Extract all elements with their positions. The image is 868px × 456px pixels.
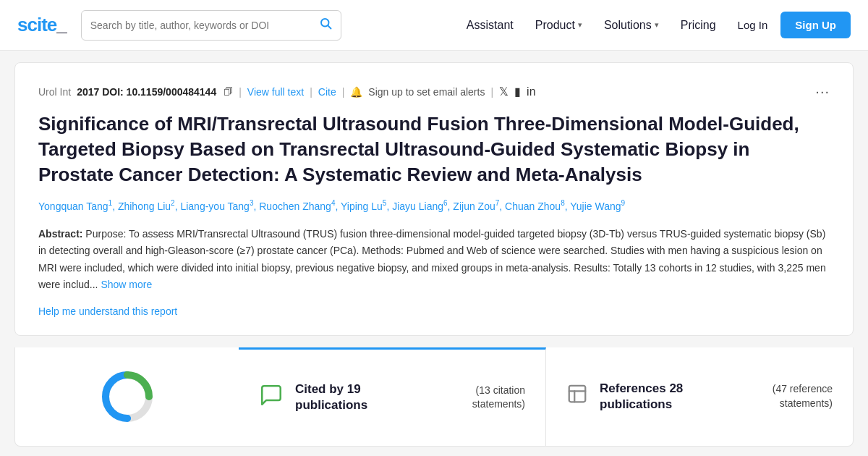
abstract-label: Abstract:	[38, 228, 82, 240]
cite-link[interactable]: Cite	[318, 86, 336, 98]
view-full-text-link[interactable]: View full text	[247, 86, 304, 98]
citation-icon	[259, 383, 284, 413]
search-button[interactable]	[319, 17, 332, 33]
search-input[interactable]	[90, 20, 315, 31]
bell-icon: 🔔	[350, 86, 362, 98]
more-options-button[interactable]: ···	[815, 83, 830, 100]
social-icons: 𝕏 ▮ in	[499, 85, 535, 98]
authors-list: Yongquan Tang1, Zhihong Liu2, Liang-you …	[38, 198, 830, 214]
nav-links: Assistant Product ▾ Solutions ▾ Pricing …	[458, 12, 851, 38]
author-4[interactable]: Ruochen Zhang4	[259, 200, 335, 212]
author-7[interactable]: Zijun Zou7	[453, 200, 499, 212]
refs-info: References 28 publications	[600, 381, 728, 413]
article-meta: Urol Int 2017 DOI: 10.1159/000484144 🗍 |…	[38, 83, 830, 100]
nav-item-assistant[interactable]: Assistant	[458, 13, 522, 38]
year-doi: 2017 DOI: 10.1159/000484144	[77, 86, 216, 98]
product-chevron-icon: ▾	[578, 20, 582, 30]
article-card: Urol Int 2017 DOI: 10.1159/000484144 🗍 |…	[14, 62, 854, 336]
abstract-body: Purpose: To assess MRI/Transrectal Ultra…	[38, 228, 826, 290]
facebook-icon[interactable]: ▮	[514, 85, 521, 98]
logo[interactable]: scite_	[17, 14, 67, 36]
signup-alert-text: Sign up to set email alerts	[368, 86, 485, 98]
journal-name: Urol Int	[38, 86, 71, 98]
refs-panel[interactable]: References 28 publications (47 reference…	[546, 347, 854, 447]
author-2[interactable]: Zhihong Liu2	[118, 200, 175, 212]
author-5[interactable]: Yiping Lu5	[341, 200, 386, 212]
svg-rect-5	[569, 386, 586, 402]
author-6[interactable]: Jiayu Liang6	[392, 200, 447, 212]
twitter-icon[interactable]: 𝕏	[499, 85, 509, 98]
author-8[interactable]: Chuan Zhou8	[505, 200, 565, 212]
cited-sub: (13 citation statements)	[432, 384, 525, 412]
author-1[interactable]: Yongquan Tang1	[38, 200, 112, 212]
author-3[interactable]: Liang-you Tang3	[180, 200, 253, 212]
linkedin-icon[interactable]: in	[527, 85, 535, 98]
cited-info: Cited by 19 publications	[295, 381, 420, 413]
nav-item-product[interactable]: Product ▾	[527, 13, 591, 38]
stats-donut-panel	[14, 347, 239, 447]
nav-item-solutions[interactable]: Solutions ▾	[595, 13, 668, 38]
navbar: scite_ Assistant Product ▾ Solutions ▾ P…	[0, 0, 868, 51]
refs-sub: (47 reference statements)	[739, 382, 833, 410]
donut-chart	[98, 368, 156, 426]
signup-button[interactable]: Sign Up	[780, 12, 851, 38]
login-button[interactable]: Log In	[729, 13, 777, 37]
nav-item-pricing[interactable]: Pricing	[672, 13, 725, 38]
cited-label: Cited by 19 publications	[295, 381, 420, 413]
stats-bar: Cited by 19 publications (13 citation st…	[14, 347, 854, 447]
copy-icon[interactable]: 🗍	[224, 86, 233, 97]
refs-label: References 28 publications	[600, 381, 728, 413]
search-bar	[81, 10, 341, 41]
author-9[interactable]: Yujie Wang9	[570, 200, 625, 212]
help-understand-link[interactable]: Help me understand this report	[38, 305, 177, 317]
solutions-chevron-icon: ▾	[655, 20, 659, 30]
cited-panel[interactable]: Cited by 19 publications (13 citation st…	[239, 347, 546, 447]
abstract-text: Abstract: Purpose: To assess MRI/Transre…	[38, 226, 830, 292]
svg-line-1	[328, 25, 331, 28]
show-more-link[interactable]: Show more	[101, 279, 152, 290]
references-icon	[566, 383, 588, 410]
article-title: Significance of MRI/Transrectal Ultrasou…	[38, 111, 830, 187]
